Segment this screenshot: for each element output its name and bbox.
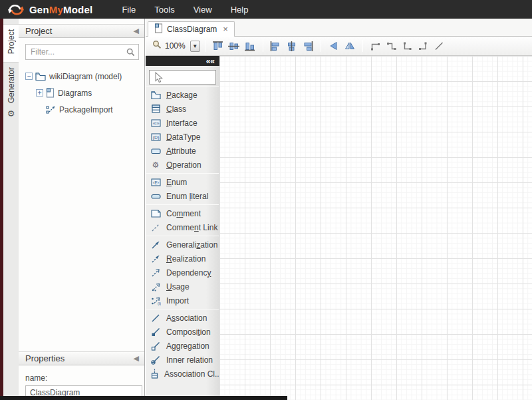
- zoom-dropdown-button[interactable]: ▼: [190, 41, 200, 52]
- menu-help[interactable]: Help: [221, 1, 258, 18]
- palette-tool-class[interactable]: Class: [146, 102, 219, 116]
- palette-tool-generalization[interactable]: Generalization: [146, 238, 219, 252]
- palette-tool-dependency[interactable]: Dependency: [146, 266, 219, 280]
- palette-separator: [146, 309, 219, 309]
- palette-tool-association-cl[interactable]: Association Cl...: [146, 367, 219, 381]
- svg-text:(D): (D): [152, 134, 159, 140]
- menu-view[interactable]: View: [184, 1, 221, 18]
- zoom-level-value: 100%: [165, 41, 186, 51]
- palette-tool-inner-relation[interactable]: Inner relation: [146, 353, 219, 367]
- palette-tool-label: Enum literal: [166, 192, 208, 201]
- palette-tool-label: Realization: [166, 254, 205, 264]
- conn-corner-left-icon[interactable]: [400, 39, 416, 53]
- palette-tool-label: Package: [166, 91, 198, 100]
- cloud-logo-icon: [7, 3, 25, 16]
- palette-tool-label: Association Cl...: [164, 369, 219, 379]
- sidebar-tab-generator[interactable]: Generator⚙: [3, 63, 19, 123]
- align-center-icon[interactable]: [284, 39, 300, 53]
- diagram-canvas[interactable]: [219, 56, 532, 400]
- palette-separator: [146, 86, 219, 87]
- align-top-icon[interactable]: [210, 39, 226, 53]
- palette-tool-package[interactable]: Package: [146, 88, 219, 102]
- sidebar-tab-label: Generator: [7, 67, 16, 103]
- expand-expander-icon[interactable]: +: [36, 89, 43, 97]
- palette-tool-comment[interactable]: Comment: [146, 206, 219, 220]
- palette-tool-attribute[interactable]: Attribute: [146, 144, 219, 158]
- palette-tool-label: DataType: [166, 132, 200, 142]
- palette-tool-comment-link[interactable]: Comment Link: [146, 220, 219, 234]
- package-icon: [150, 91, 161, 99]
- project-explorer-panel: Project ◀ −wikiDiagram (model)+DiagramsP…: [19, 19, 145, 400]
- palette-tool-label: Class: [166, 104, 186, 114]
- package-import-icon: [46, 105, 56, 114]
- palette-tool-label: Association: [166, 313, 207, 323]
- collapse-expander-icon[interactable]: −: [25, 73, 33, 80]
- palette-separator: [146, 204, 219, 205]
- name-field-label: name:: [25, 373, 138, 383]
- align-right-icon[interactable]: [300, 39, 316, 53]
- palette-tool-realization[interactable]: Realization: [146, 252, 219, 266]
- palette-tool-aggregation[interactable]: Aggregation: [146, 339, 219, 353]
- palette-tool-enum[interactable]: ‹E›Enum: [146, 175, 219, 189]
- logo-text: GenMyModel: [29, 4, 92, 15]
- genmymodel-app: GenMyModel FileToolsViewHelp ProjectGene…: [0, 0, 532, 400]
- sidebar-tab-label: Project: [7, 29, 16, 54]
- datatype-icon: (D): [150, 133, 161, 141]
- flip-horizontal-icon[interactable]: [342, 39, 358, 53]
- close-icon[interactable]: ×: [223, 25, 228, 33]
- palette-tool-association[interactable]: Association: [146, 311, 219, 325]
- composition-icon: [150, 327, 161, 337]
- conn-straight-icon[interactable]: [432, 39, 448, 53]
- tree-item-wikidiagram-model[interactable]: −wikiDiagram (model): [19, 68, 144, 85]
- palette-tool-datatype[interactable]: (D)DataType: [146, 130, 219, 144]
- filter-input[interactable]: [25, 44, 139, 60]
- palette-tool-label: Dependency: [166, 268, 211, 278]
- palette-tool-operation[interactable]: ⚙Operation: [146, 158, 219, 172]
- sidebar-tab-project[interactable]: Project: [3, 24, 19, 63]
- align-left-icon[interactable]: [268, 39, 284, 53]
- comment-icon: [150, 210, 161, 218]
- flip-left-icon[interactable]: [326, 39, 342, 53]
- tab-classdiagram[interactable]: ClassDiagram ×: [148, 21, 235, 37]
- toolbar-separator: [263, 40, 263, 52]
- menu-tools[interactable]: Tools: [145, 1, 184, 18]
- usage-icon: [150, 282, 161, 292]
- palette-tool-label: Generalization: [166, 240, 217, 250]
- collapse-palette-icon[interactable]: ««: [206, 58, 215, 65]
- align-bottom-icon[interactable]: [242, 39, 258, 53]
- palette-tool-selection[interactable]: [149, 70, 216, 85]
- dependency-icon: [150, 268, 161, 278]
- palette-tool-label: Comment Link: [166, 223, 217, 232]
- palette-tool-usage[interactable]: Usage: [146, 280, 219, 294]
- palette-tool-label: Attribute: [166, 146, 196, 156]
- editor-body: «« PackageClass«I»Interface(D)DataTypeAt…: [146, 56, 532, 400]
- palette-separator: [146, 173, 219, 174]
- model-tree: −wikiDiagram (model)+DiagramsPackageImpo…: [19, 68, 144, 118]
- generalization-icon: [150, 240, 161, 250]
- palette-tool-import[interactable]: (I)Import: [146, 294, 219, 307]
- project-panel-title: Project: [25, 26, 134, 36]
- palette-tool-enum-literal[interactable]: Enum literal: [146, 189, 219, 203]
- palette-separator: [146, 236, 219, 236]
- menu-file[interactable]: File: [112, 1, 145, 18]
- tree-item-packageimport[interactable]: PackageImport: [19, 101, 144, 118]
- svg-text:«I»: «I»: [152, 120, 159, 125]
- conn-corner-right-icon[interactable]: [416, 39, 432, 53]
- align-middle-icon[interactable]: [226, 39, 242, 53]
- conn-orthogonal-up-icon[interactable]: [368, 39, 384, 53]
- zoom-widget: 100% ▼: [152, 40, 200, 52]
- conn-orthogonal-down-icon[interactable]: [384, 39, 400, 53]
- palette-tool-label: Import: [166, 296, 189, 305]
- tree-item-diagrams[interactable]: +Diagrams: [19, 85, 144, 101]
- toolbar-separator: [321, 40, 321, 52]
- palette-tool-interface[interactable]: «I»Interface: [146, 116, 219, 130]
- palette-groups: PackageClass«I»Interface(D)DataTypeAttri…: [146, 66, 219, 381]
- collapse-left-icon[interactable]: ◀: [134, 27, 139, 35]
- collapse-left-icon[interactable]: ◀: [134, 354, 139, 363]
- realization-icon: [150, 254, 161, 264]
- palette-tool-composition[interactable]: Composition: [146, 325, 219, 339]
- palette-tool-label: Interface: [166, 118, 198, 128]
- window-bottom-edge: [0, 396, 287, 400]
- editor-area: ClassDiagram × 100% ▼ ««: [146, 19, 532, 400]
- class-icon: [150, 104, 161, 113]
